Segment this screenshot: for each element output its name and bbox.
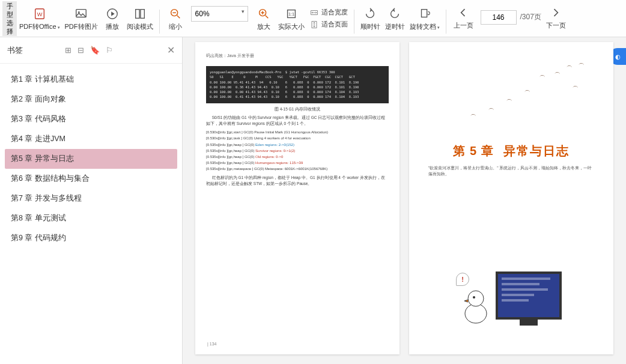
toolbar-separator [159, 10, 160, 34]
paragraph: S0/S1 的功能由 G1 中的 Survivor region 来承载。通过 … [206, 115, 389, 127]
label: 实际大小 [278, 23, 305, 31]
collapse-icon[interactable]: ⊟ [77, 46, 84, 55]
label: PDF转Office [19, 23, 60, 31]
bookmark-item[interactable]: 第7 章 并发与多线程 [5, 189, 177, 208]
page-total-label: /307页 [520, 12, 541, 22]
bookmark-item[interactable]: 第9 章 代码规约 [5, 228, 177, 248]
bookmark-item[interactable]: 第3 章 代码风格 [5, 109, 177, 129]
play-button[interactable]: 播放 [100, 1, 124, 36]
actual-size-button[interactable]: 1:1 实际大小 [276, 1, 307, 36]
bookmark-item[interactable]: 第1 章 计算机基础 [5, 70, 177, 89]
rotate-cw-icon [363, 6, 377, 22]
image-icon [74, 6, 88, 22]
fit-page-button[interactable]: 适合页面 [309, 20, 348, 29]
thought-bubble: ! [456, 273, 469, 286]
toolbar: 手型 选择 W PDF转Office PDF转图片 播放 阅读模式 缩小 放大 … [0, 0, 626, 37]
label: 旋转文档 [410, 23, 440, 31]
sidebar-header: 书签 ⊞ ⊟ 🔖 ⚐ ✕ [0, 37, 182, 64]
bookmark-flag-icon[interactable]: ⚐ [106, 46, 113, 55]
log-line: [0.535s][info ][gc,heap ] GC(0) Survivor… [206, 148, 389, 154]
label: 阅读模式 [127, 23, 153, 31]
bookmark-list[interactable]: 第1 章 计算机基础第2 章 面向对象第3 章 代码风格第4 章 走进JVM第5… [0, 64, 182, 364]
zoom-out-button[interactable]: 缩小 [163, 1, 187, 36]
label: 放大 [257, 23, 270, 31]
svg-point-20 [468, 291, 484, 306]
page-header: 码出高效：Java 开发手册 [206, 53, 389, 59]
pdf-to-office-button[interactable]: W PDF转Office [17, 1, 62, 36]
chapter-illustration: ! [420, 271, 603, 326]
bookmark-item[interactable]: 第2 章 面向对象 [5, 89, 177, 109]
chapter-quote: "欲渡黄河冰塞川，将登太行雪满山。" 系统运行，风云不测，瑞始知终，秋去冬来，一… [420, 165, 603, 178]
hand-select-tab[interactable]: 手型 选择 [2, 1, 17, 36]
bookmark-item[interactable]: 第4 章 走进JVM [5, 129, 177, 149]
svg-line-13 [265, 16, 268, 19]
chevron-left-icon [457, 7, 469, 19]
play-icon [106, 6, 119, 22]
fit-group: 适合宽度 适合页面 [307, 1, 350, 36]
svg-rect-6 [140, 10, 144, 19]
main-area: 书签 ⊞ ⊟ 🔖 ⚐ ✕ 第1 章 计算机基础第2 章 面向对象第3 章 代码风… [0, 37, 626, 364]
expand-icon[interactable]: ⊞ [65, 46, 71, 55]
log-lines: [0.530s][info ][gc,start ] GC(0) Pause I… [206, 129, 389, 172]
rotate-doc-icon [418, 6, 431, 22]
paragraph: 红色标识的为 G1 中的四种 region，都处于 Heap 中。G1 执行时使… [206, 175, 389, 187]
svg-point-19 [465, 304, 487, 323]
close-sidebar-button[interactable]: ✕ [167, 44, 175, 56]
page-right: ︵︵ ︵︵ ︵︵ ︵︵ ︵ 第5章 异常与日志 "欲渡黄河冰塞川，将登太行雪满山… [409, 42, 613, 354]
bookmark-item[interactable]: 第5 章 异常与日志 [5, 149, 177, 169]
rotate-doc-button[interactable]: 旋转文档 [407, 1, 442, 36]
actual-size-icon: 1:1 [285, 6, 298, 22]
label: 顺时针 [360, 23, 380, 31]
figure-caption: 图 4-15 G1 内存回收情况 [206, 107, 389, 112]
label: 逆时针 [385, 23, 405, 31]
label: 下一页 [546, 21, 566, 30]
bookmark-item[interactable]: 第8 章 单元测试 [5, 208, 177, 228]
birds-illustration: ︵︵ ︵︵ ︵︵ ︵︵ ︵ [420, 53, 603, 125]
svg-rect-18 [421, 9, 427, 17]
label: 缩小 [169, 23, 182, 31]
svg-text:1:1: 1:1 [288, 11, 294, 17]
pdf-to-image-button[interactable]: PDF转图片 [62, 1, 100, 36]
zoom-in-button[interactable]: 放大 [252, 1, 276, 36]
code-block: yongguanlao@yongguandeodeMacBook-Pro $ j… [206, 66, 389, 103]
prev-page-button[interactable]: 上一页 [450, 5, 477, 31]
word-icon: W [33, 6, 46, 22]
rotate-ccw-icon [388, 6, 401, 22]
rotate-ccw-button[interactable]: 逆时针 [383, 1, 407, 36]
toolbar-separator [446, 10, 446, 34]
svg-point-21 [473, 296, 475, 299]
log-line: [0.530s][info ][gc,task ] GC(0) Using 4 … [206, 135, 389, 141]
chevron-right-icon [550, 7, 562, 19]
fit-width-button[interactable]: 适合宽度 [309, 8, 348, 17]
monitor-illustration [496, 271, 562, 326]
toolbar-separator [354, 10, 354, 34]
zoom-in-icon [257, 6, 270, 22]
log-line: [0.535s][info ][gc,heap ] GC(0) Eden reg… [206, 142, 389, 148]
label: 上一页 [454, 21, 473, 30]
log-line: [0.535s][info ][gc,metaspace ] GC(0) Met… [206, 166, 389, 172]
page-number: 134 [207, 342, 216, 346]
zoom-out-icon [169, 6, 182, 22]
zoom-input[interactable] [191, 6, 248, 22]
bookmark-item[interactable]: 第6 章 数据结构与集合 [5, 169, 177, 189]
next-page-button[interactable]: 下一页 [542, 5, 570, 31]
page-left: 码出高效：Java 开发手册 yongguanlao@yongguandeode… [195, 42, 400, 354]
read-mode-button[interactable]: 阅读模式 [124, 1, 156, 36]
log-line: [0.535s][info ][gc,heap ] GC(0) Humongou… [206, 160, 389, 166]
page-number-input[interactable] [481, 10, 517, 25]
svg-rect-5 [135, 10, 139, 19]
label: 适合页面 [321, 20, 348, 29]
svg-line-9 [177, 16, 180, 19]
chapter-title: 第5章 异常与日志 [420, 143, 603, 159]
label: 适合宽度 [321, 8, 348, 17]
label: PDF转图片 [65, 23, 98, 31]
rotate-cw-button[interactable]: 顺时针 [358, 1, 383, 36]
label: 播放 [106, 23, 119, 31]
bookmark-sidebar: 书签 ⊞ ⊟ 🔖 ⚐ ✕ 第1 章 计算机基础第2 章 面向对象第3 章 代码风… [0, 37, 183, 364]
log-line: [0.530s][info ][gc,start ] GC(0) Pause I… [206, 129, 389, 135]
document-viewer[interactable]: ◐ 码出高效：Java 开发手册 yongguanlao@yongguandeo… [183, 37, 626, 364]
svg-text:W: W [37, 11, 42, 17]
book-icon [133, 6, 147, 22]
bookmark-icon[interactable]: 🔖 [90, 46, 100, 55]
duck-illustration: ! [461, 284, 491, 326]
